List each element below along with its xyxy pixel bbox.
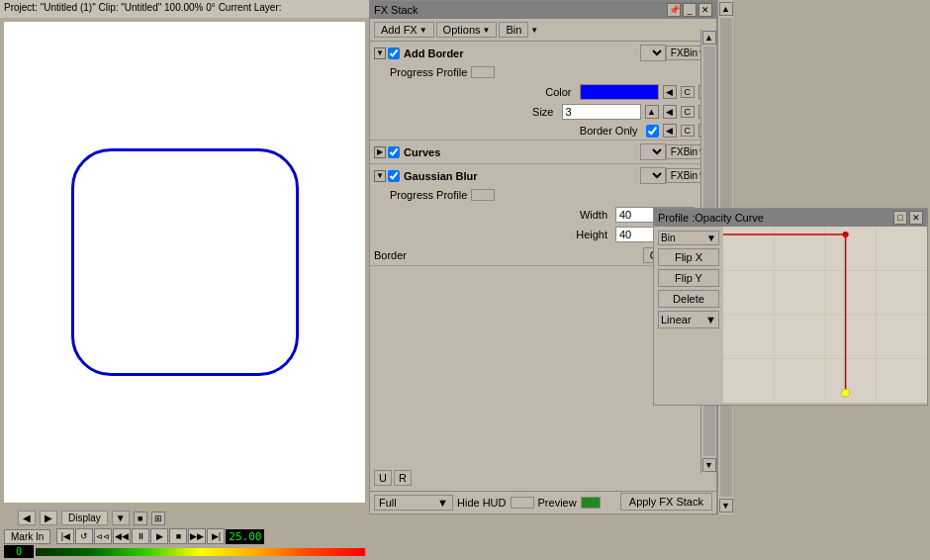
scroll-right-btn[interactable]: ▶ bbox=[40, 511, 57, 525]
add-border-progress-row: Progress Profile bbox=[370, 64, 716, 82]
border-label: Border bbox=[374, 249, 407, 261]
step-back-btn[interactable]: ↺ bbox=[75, 528, 93, 544]
size-stepper-up[interactable]: ▲ bbox=[645, 105, 659, 119]
slider-row: 0 bbox=[0, 545, 369, 558]
curves-checkbox[interactable] bbox=[388, 146, 400, 158]
go-start-btn[interactable]: |◀ bbox=[56, 528, 74, 544]
stop-btn[interactable]: ■ bbox=[169, 528, 187, 544]
preview-toggle[interactable] bbox=[581, 497, 601, 509]
display-btn[interactable]: Display bbox=[61, 511, 108, 525]
add-border-progress-toggle[interactable] bbox=[471, 66, 495, 78]
border-only-left-btn[interactable]: ◀ bbox=[663, 124, 677, 138]
width-label: Width bbox=[374, 209, 611, 221]
gaussian-blur-dropdown[interactable] bbox=[640, 167, 666, 184]
curves-header: ▶ Curves FXBin▼ bbox=[370, 140, 716, 163]
linear-arrow: ▼ bbox=[705, 314, 716, 326]
timeline-slider[interactable] bbox=[36, 548, 365, 556]
color-prop-row: Color ◀ C ▶ bbox=[370, 82, 716, 102]
curves-dropdown[interactable] bbox=[640, 143, 666, 160]
flip-x-btn[interactable]: Flip X bbox=[658, 248, 719, 266]
size-label: Size bbox=[374, 106, 558, 118]
size-c-btn[interactable]: C bbox=[681, 106, 696, 118]
lock-icon: ■ bbox=[134, 512, 147, 525]
add-border-dropdown[interactable] bbox=[640, 45, 666, 61]
size-input[interactable] bbox=[562, 104, 641, 120]
delete-btn[interactable]: Delete bbox=[658, 290, 719, 308]
main-scroll-down-btn[interactable]: ▼ bbox=[719, 499, 733, 513]
hide-hud-toggle[interactable] bbox=[511, 497, 534, 509]
linear-label: Linear bbox=[661, 314, 692, 326]
color-left-btn[interactable]: ◀ bbox=[663, 85, 677, 99]
u-btn[interactable]: U bbox=[374, 470, 392, 486]
r-btn[interactable]: R bbox=[394, 470, 412, 486]
add-border-checkbox[interactable] bbox=[388, 47, 400, 59]
profile-title-icons: □ ✕ bbox=[893, 211, 923, 225]
timecode-display: 0 bbox=[4, 545, 34, 558]
color-label: Color bbox=[374, 86, 576, 98]
close-icon[interactable]: ✕ bbox=[698, 3, 712, 17]
add-border-expand-btn[interactable]: ▼ bbox=[374, 47, 386, 59]
size-prop-row: Size ▲ ◀ C ▶ bbox=[370, 102, 716, 122]
add-border-section: ▼ Add Border FXBin▼ Progress Profile Col… bbox=[370, 42, 716, 140]
size-left-btn[interactable]: ◀ bbox=[663, 105, 677, 119]
options-btn[interactable]: Options ▼ bbox=[436, 22, 498, 38]
canvas-area bbox=[4, 22, 365, 503]
hide-hud-label: Hide HUD bbox=[457, 497, 507, 509]
fx-toolbar: Add FX ▼ Options ▼ Bin ▼ bbox=[370, 19, 716, 42]
pause-btn[interactable]: ⏸ bbox=[132, 528, 149, 544]
height-label: Height bbox=[374, 229, 611, 240]
gaussian-blur-checkbox[interactable] bbox=[388, 170, 400, 182]
flip-y-btn[interactable]: Flip Y bbox=[658, 269, 719, 287]
fx-title-bar: FX Stack 📌 _ ✕ bbox=[370, 1, 716, 19]
curve-canvas[interactable] bbox=[723, 227, 927, 403]
canvas-rounded-rect bbox=[71, 148, 299, 376]
gaussian-blur-progress-toggle[interactable] bbox=[471, 189, 495, 201]
add-border-header: ▼ Add Border FXBin▼ bbox=[370, 42, 716, 64]
display-dropdown-btn[interactable]: ▼ bbox=[112, 511, 130, 525]
gaussian-blur-label: Gaussian Blur bbox=[404, 170, 640, 182]
scroll-down-btn[interactable]: ▼ bbox=[702, 458, 716, 472]
full-dropdown[interactable]: Full ▼ bbox=[374, 495, 453, 511]
gaussian-blur-expand-btn[interactable]: ▼ bbox=[374, 170, 386, 182]
profile-close-icon[interactable]: ✕ bbox=[909, 211, 923, 225]
ur-buttons: U R bbox=[374, 470, 412, 486]
go-end-btn[interactable]: ▶| bbox=[207, 528, 225, 544]
color-value[interactable] bbox=[580, 84, 659, 100]
play-btn[interactable]: ▶ bbox=[150, 528, 168, 544]
color-c-btn[interactable]: C bbox=[681, 86, 696, 98]
profile-panel: Profile :Opacity Curve □ ✕ Bin ▼ Flip X … bbox=[653, 208, 928, 406]
main-scroll-up-btn[interactable]: ▲ bbox=[719, 2, 733, 16]
linear-dropdown[interactable]: Linear ▼ bbox=[658, 311, 719, 328]
scroll-up-btn[interactable]: ▲ bbox=[702, 31, 716, 45]
prev-frame-btn[interactable]: ⊲⊲ bbox=[94, 528, 112, 544]
bin-dropdown[interactable]: Bin ▼ bbox=[658, 231, 719, 245]
bin-label: Bin bbox=[661, 233, 675, 243]
bin-btn[interactable]: Bin bbox=[499, 22, 528, 38]
add-border-label: Add Border bbox=[404, 47, 640, 59]
pin-icon[interactable]: 📌 bbox=[667, 3, 681, 17]
scroll-left-btn[interactable]: ◀ bbox=[18, 511, 36, 525]
full-label: Full bbox=[379, 497, 397, 509]
preview-panel: Project: "Untitled (1)" Clip: "Untitled"… bbox=[0, 0, 369, 560]
minimize-icon[interactable]: _ bbox=[683, 3, 697, 17]
gaussian-blur-header: ▼ Gaussian Blur FXBin▼ bbox=[370, 164, 716, 187]
border-only-c-btn[interactable]: C bbox=[681, 125, 696, 137]
curves-expand-btn[interactable]: ▶ bbox=[374, 146, 386, 158]
prev-btn[interactable]: ◀◀ bbox=[113, 528, 131, 544]
add-fx-btn[interactable]: Add FX ▼ bbox=[374, 22, 434, 38]
options-arrow: ▼ bbox=[483, 26, 491, 35]
add-border-progress-label: Progress Profile bbox=[390, 66, 467, 78]
profile-title: Profile :Opacity Curve bbox=[658, 212, 764, 224]
border-only-label: Border Only bbox=[374, 125, 642, 137]
profile-pin-icon[interactable]: □ bbox=[893, 211, 907, 225]
next-btn[interactable]: ▶▶ bbox=[188, 528, 206, 544]
mark-in-btn[interactable]: Mark In bbox=[4, 529, 50, 544]
settings-icon: ⊞ bbox=[151, 512, 165, 525]
fx-title-icons: 📌 _ ✕ bbox=[667, 3, 712, 17]
bin-arrow: ▼ bbox=[530, 26, 538, 35]
gaussian-blur-progress-row: Progress Profile bbox=[370, 187, 716, 205]
border-only-checkbox[interactable] bbox=[646, 125, 659, 138]
bin-arrow: ▼ bbox=[706, 233, 716, 243]
apply-fx-btn[interactable]: Apply FX Stack bbox=[620, 493, 712, 511]
curve-svg bbox=[723, 227, 927, 403]
